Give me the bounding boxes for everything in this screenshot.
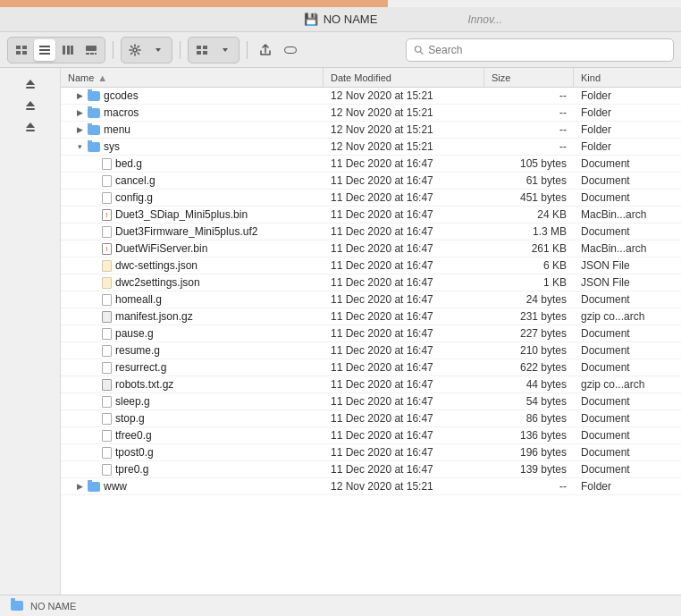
table-row[interactable]: dwc-settings.json 11 Dec 2020 at 16:47 6… (61, 257, 681, 274)
file-icon (102, 226, 112, 238)
table-row[interactable]: homeall.g 11 Dec 2020 at 16:47 24 bytes … (61, 291, 681, 308)
file-kind-cell: Document (574, 344, 681, 357)
file-kind-cell: Document (574, 327, 681, 340)
file-date-cell: 11 Dec 2020 at 16:47 (324, 395, 484, 408)
col-header-date[interactable]: Date Modified (324, 68, 484, 87)
top-accent-bar (0, 0, 681, 7)
table-row[interactable]: dwc2settings.json 11 Dec 2020 at 16:47 1… (61, 274, 681, 291)
file-kind-cell: gzip co...arch (574, 310, 681, 323)
file-name-cell: tfree0.g (61, 429, 324, 442)
view-icon-btn[interactable] (11, 39, 32, 61)
table-row[interactable]: manifest.json.gz 11 Dec 2020 at 16:47 23… (61, 308, 681, 325)
table-row[interactable]: sleep.g 11 Dec 2020 at 16:47 54 bytes Do… (61, 393, 681, 410)
action-group (121, 37, 172, 63)
file-date-cell: 11 Dec 2020 at 16:47 (324, 463, 484, 476)
file-kind-cell: Folder (574, 140, 681, 153)
table-row[interactable]: tfree0.g 11 Dec 2020 at 16:47 136 bytes … (61, 427, 681, 444)
table-row[interactable]: ▶ www 12 Nov 2020 at 15:21 -- Folder (61, 478, 681, 495)
file-size-cell: 105 bytes (484, 157, 574, 170)
file-name-label: sys (104, 140, 120, 153)
search-input[interactable] (428, 44, 666, 56)
status-label: NO NAME (30, 601, 76, 612)
file-date-cell: 12 Nov 2020 at 15:21 (324, 89, 484, 102)
chevron-icon: ▾ (75, 142, 84, 151)
svg-rect-10 (86, 46, 97, 51)
view-gallery-btn[interactable] (80, 39, 102, 61)
tag-btn[interactable] (280, 39, 301, 61)
table-row[interactable]: tpre0.g 11 Dec 2020 at 16:47 139 bytes D… (61, 461, 681, 478)
table-row[interactable]: ! DuetWiFiServer.bin 11 Dec 2020 at 16:4… (61, 240, 681, 257)
file-name-label: Duet3_SDiap_Mini5plus.bin (115, 208, 248, 221)
content-area: Name ▲ Date Modified Size Kind ▶ gcodes … (0, 68, 681, 595)
search-box[interactable] (406, 38, 674, 62)
file-gz-icon (102, 379, 112, 391)
table-row[interactable]: config.g 11 Dec 2020 at 16:47 451 bytes … (61, 190, 681, 207)
settings-btn[interactable] (124, 39, 146, 61)
table-row[interactable]: tpost0.g 11 Dec 2020 at 16:47 196 bytes … (61, 444, 681, 461)
file-icon (102, 175, 112, 187)
file-icon (102, 430, 112, 442)
file-name-cell: tpre0.g (61, 463, 324, 476)
svg-rect-5 (39, 49, 50, 51)
eject-btn-3[interactable] (18, 118, 43, 136)
col-header-name[interactable]: Name ▲ (61, 68, 324, 87)
table-row[interactable]: resume.g 11 Dec 2020 at 16:47 210 bytes … (61, 342, 681, 359)
file-name-label: tpost0.g (115, 446, 154, 459)
col-header-kind[interactable]: Kind (574, 68, 681, 87)
file-size-cell: 54 bytes (484, 395, 574, 408)
file-date-cell: 11 Dec 2020 at 16:47 (324, 429, 484, 442)
file-kind-cell: Document (574, 395, 681, 408)
file-date-cell: 11 Dec 2020 at 16:47 (324, 225, 484, 238)
table-row[interactable]: ▶ gcodes 12 Nov 2020 at 15:21 -- Folder (61, 88, 681, 105)
folder-icon (88, 91, 100, 101)
file-date-cell: 11 Dec 2020 at 16:47 (324, 242, 484, 255)
file-list-container[interactable]: Name ▲ Date Modified Size Kind ▶ gcodes … (61, 68, 681, 595)
svg-rect-23 (26, 130, 35, 131)
window-title-right: Innov... (468, 7, 502, 31)
arrange-dropdown-btn[interactable] (214, 39, 236, 61)
file-json-icon (102, 277, 112, 289)
file-icon (102, 158, 112, 170)
table-row[interactable]: ▾ sys 12 Nov 2020 at 15:21 -- Folder (61, 139, 681, 156)
settings-dropdown-btn[interactable] (147, 39, 169, 61)
file-size-cell: 196 bytes (484, 446, 574, 459)
file-date-cell: 11 Dec 2020 at 16:47 (324, 259, 484, 272)
file-name-cell: sleep.g (61, 395, 324, 408)
table-row[interactable]: robots.txt.gz 11 Dec 2020 at 16:47 44 by… (61, 376, 681, 393)
file-size-cell: 136 bytes (484, 429, 574, 442)
file-name-label: config.g (115, 191, 153, 204)
view-list-btn[interactable] (34, 39, 55, 61)
table-row[interactable]: ▶ menu 12 Nov 2020 at 15:21 -- Folder (61, 122, 681, 139)
file-icon (102, 413, 112, 425)
file-kind-cell: Folder (574, 480, 681, 493)
table-row[interactable]: resurrect.g 11 Dec 2020 at 16:47 622 byt… (61, 359, 681, 376)
svg-rect-12 (90, 53, 94, 55)
table-row[interactable]: bed.g 11 Dec 2020 at 16:47 105 bytes Doc… (61, 156, 681, 173)
file-icon (102, 362, 112, 374)
eject-btn-1[interactable] (18, 75, 43, 93)
file-icon (102, 345, 112, 357)
share-btn[interactable] (255, 39, 276, 61)
table-row[interactable]: pause.g 11 Dec 2020 at 16:47 227 bytes D… (61, 325, 681, 342)
file-gz-icon (102, 311, 112, 323)
table-row[interactable]: stop.g 11 Dec 2020 at 16:47 86 bytes Doc… (61, 410, 681, 427)
svg-rect-21 (26, 87, 35, 89)
eject-btn-2[interactable] (18, 97, 43, 114)
table-row[interactable]: Duet3Firmware_Mini5plus.uf2 11 Dec 2020 … (61, 224, 681, 240)
file-kind-cell: Document (574, 157, 681, 170)
chevron-icon: ▶ (75, 125, 84, 134)
table-row[interactable]: cancel.g 11 Dec 2020 at 16:47 61 bytes D… (61, 173, 681, 190)
file-icon (102, 464, 112, 476)
table-row[interactable]: ! Duet3_SDiap_Mini5plus.bin 11 Dec 2020 … (61, 207, 681, 224)
svg-rect-17 (197, 51, 201, 55)
file-name-cell: pause.g (61, 327, 324, 340)
file-name-label: stop.g (115, 412, 145, 425)
file-name-cell: homeall.g (61, 293, 324, 306)
file-date-cell: 12 Nov 2020 at 15:21 (324, 106, 484, 119)
file-name-cell: ! DuetWiFiServer.bin (61, 242, 324, 255)
arrange-btn[interactable] (191, 39, 213, 61)
file-name-cell: cancel.g (61, 174, 324, 187)
col-header-size[interactable]: Size (484, 68, 574, 87)
view-column-btn[interactable] (57, 39, 79, 61)
table-row[interactable]: ▶ macros 12 Nov 2020 at 15:21 -- Folder (61, 105, 681, 122)
